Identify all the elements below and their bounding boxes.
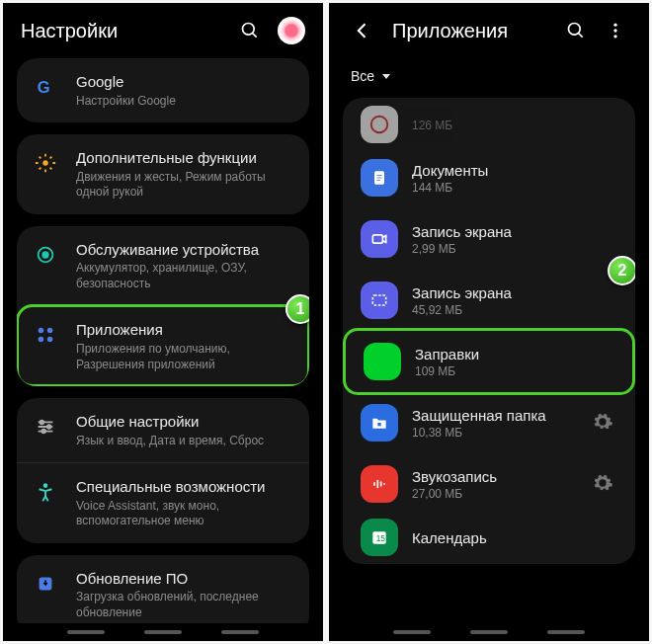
svg-point-13 [41,421,44,425]
app-title: Запись экрана [412,284,617,301]
search-button[interactable] [234,15,266,46]
app-size: 109 МБ [415,364,614,378]
app-size: 10,38 МБ [412,426,588,440]
app-size: 27,00 МБ [412,487,588,501]
item-title: Приложения [76,320,293,340]
svg-point-6 [39,328,44,334]
settings-item-update[interactable]: Обновление ПО Загрузка обновлений, после… [17,555,309,623]
page-title: Настройки [21,20,226,42]
app-item-secure-folder[interactable]: Защищенная папка 10,38 МБ [343,392,635,453]
settings-item-advanced[interactable]: Дополнительные функции Движения и жесты,… [17,134,309,214]
chevron-down-icon [380,70,392,82]
app-title: Документы [412,162,617,179]
svg-point-21 [613,29,616,32]
apps-icon [33,322,58,348]
svg-rect-29 [372,235,382,243]
app-item-documents[interactable]: Документы 144 МБ [343,147,635,208]
svg-rect-30 [372,295,385,305]
settings-item-google[interactable]: G Google Настройки Google [17,58,309,122]
settings-item-apps[interactable]: 1 Приложения Приложения по умолчанию, Ра… [17,305,309,386]
svg-point-15 [41,430,45,434]
app-list-container: 126 МБ Документы 144 МБ Запись экрана [329,98,649,623]
app-title: Запись экрана [412,223,617,240]
nav-back[interactable] [547,630,585,634]
app-item-screen-record-2[interactable]: 2 Запись экрана 45,92 МБ [343,270,635,331]
svg-text:15: 15 [376,533,386,543]
app-item-voice-recorder[interactable]: Звукозапись 27,00 МБ [343,453,635,515]
app-title: Защищенная папка [412,407,588,424]
step-badge-2: 2 [608,256,635,285]
zapravki-icon [364,343,401,380]
app-size: 144 МБ [412,181,617,195]
svg-marker-23 [382,74,390,79]
back-button[interactable] [347,15,378,46]
settings-header: Настройки [3,3,323,58]
svg-point-5 [42,252,48,258]
item-title: Дополнительные функции [76,148,293,168]
item-title: Специальные возможности [76,477,293,497]
filter-dropdown[interactable]: Все [329,58,649,98]
gear-icon [592,411,613,433]
svg-point-8 [39,337,44,343]
settings-item-accessibility[interactable]: Специальные возможности Voice Assistant,… [17,462,309,543]
app-size: 126 МБ [412,119,617,132]
svg-point-0 [243,24,255,36]
app-item[interactable]: 126 МБ [343,102,635,147]
nav-home[interactable] [144,630,182,634]
google-icon: G [33,74,58,100]
svg-point-7 [47,328,53,334]
svg-point-3 [42,160,48,166]
item-title: Обслуживание устройства [76,240,293,260]
nav-home[interactable] [470,630,508,634]
calendar-icon: 15 [361,519,398,556]
general-icon [33,414,58,440]
secure-folder-icon [361,404,398,442]
app-title: Звукозапись [412,468,588,485]
settings-list: G Google Настройки Google Дополнительные… [3,58,323,623]
app-settings-button[interactable] [588,407,617,440]
app-icon-generic [361,106,398,143]
svg-point-14 [47,425,51,429]
item-subtitle: Приложения по умолчанию, Разрешения прил… [76,342,293,372]
settings-item-device-care[interactable]: Обслуживание устройства Аккумулятор, хра… [17,226,309,306]
nav-recent[interactable] [67,630,105,634]
svg-line-19 [579,34,583,38]
settings-screen: Настройки G Google Настройки Google [3,3,323,641]
nav-bar [329,623,649,641]
app-item-zapravki[interactable]: Заправки 109 МБ [346,331,632,392]
svg-point-9 [47,337,53,343]
search-icon [566,21,586,40]
app-item-calendar[interactable]: 15 Календарь [343,515,635,560]
record-icon [361,220,398,258]
update-icon [33,571,58,597]
app-size: 2,99 МБ [412,242,617,256]
svg-point-18 [569,24,581,36]
docs-icon [361,159,398,197]
item-subtitle: Настройки Google [76,94,293,110]
item-subtitle: Движения и жесты, Режим работы одной рук… [76,170,293,201]
item-subtitle: Язык и ввод, Дата и время, Сброс [76,434,293,449]
nav-recent[interactable] [393,630,431,634]
item-subtitle: Аккумулятор, хранилище, ОЗУ, безопасност… [76,261,293,291]
voice-icon [361,465,398,503]
search-button[interactable] [560,15,592,46]
svg-point-20 [613,24,616,27]
item-subtitle: Voice Assistant, звук моно, вспомогатель… [76,499,293,529]
profile-avatar[interactable] [278,17,305,44]
app-title: Календарь [412,529,617,546]
more-button[interactable] [600,15,631,46]
app-item-screen-record-1[interactable]: Запись экрана 2,99 МБ [343,208,635,270]
item-title: Обновление ПО [76,569,293,589]
page-title: Приложения [392,20,552,42]
svg-line-1 [253,34,257,38]
nav-back[interactable] [221,630,259,634]
search-icon [240,21,260,40]
settings-item-general[interactable]: Общие настройки Язык и ввод, Дата и врем… [17,398,309,462]
gear-icon [592,472,613,494]
record-icon [361,282,398,319]
app-settings-button[interactable] [588,468,617,501]
apps-header: Приложения [329,3,649,58]
accessibility-icon [33,479,58,505]
app-title: Заправки [415,346,614,362]
svg-point-24 [371,117,388,133]
